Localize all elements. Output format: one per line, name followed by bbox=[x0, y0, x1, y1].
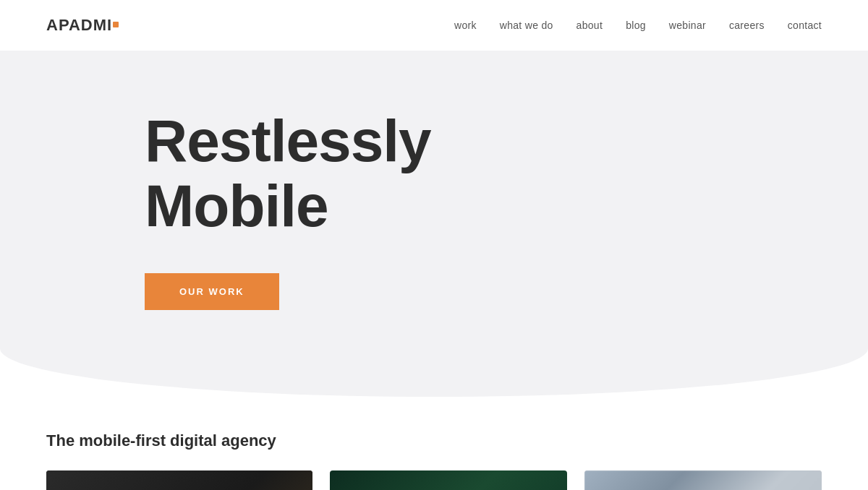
logo[interactable]: APADMI bbox=[46, 16, 119, 35]
main-nav: work what we do about blog webinar caree… bbox=[454, 20, 822, 31]
hero-section: Restlessly Mobile OUR WORK bbox=[0, 51, 868, 397]
card-webinar[interactable]: APADMI. Webinar bbox=[46, 470, 312, 490]
card-scene[interactable] bbox=[584, 470, 822, 490]
hero-title-line1: Restlessly bbox=[145, 108, 431, 173]
nav-blog[interactable]: blog bbox=[626, 20, 646, 31]
nav-webinar[interactable]: webinar bbox=[669, 20, 706, 31]
nav-careers[interactable]: careers bbox=[729, 20, 765, 31]
site-header: APADMI work what we do about blog webina… bbox=[0, 0, 868, 51]
our-work-button[interactable]: OUR WORK bbox=[145, 273, 279, 310]
nav-about[interactable]: about bbox=[576, 20, 603, 31]
section-subtitle: The mobile-first digital agency bbox=[46, 431, 822, 450]
card-phones-inner bbox=[330, 470, 567, 490]
card-scene-inner bbox=[584, 470, 822, 490]
nav-work[interactable]: work bbox=[454, 20, 477, 31]
hero-title: Restlessly Mobile bbox=[145, 108, 822, 238]
content-section: The mobile-first digital agency APADMI. … bbox=[0, 397, 868, 490]
nav-contact[interactable]: contact bbox=[788, 20, 822, 31]
logo-text: APADMI bbox=[46, 16, 112, 35]
hero-title-line2: Mobile bbox=[145, 173, 328, 238]
logo-dot bbox=[113, 22, 119, 27]
nav-what-we-do[interactable]: what we do bbox=[500, 20, 553, 31]
card-phones[interactable] bbox=[330, 470, 567, 490]
card-webinar-overlay bbox=[46, 470, 312, 490]
cards-row: APADMI. Webinar bbox=[46, 470, 822, 490]
card-scene-image bbox=[584, 470, 822, 490]
